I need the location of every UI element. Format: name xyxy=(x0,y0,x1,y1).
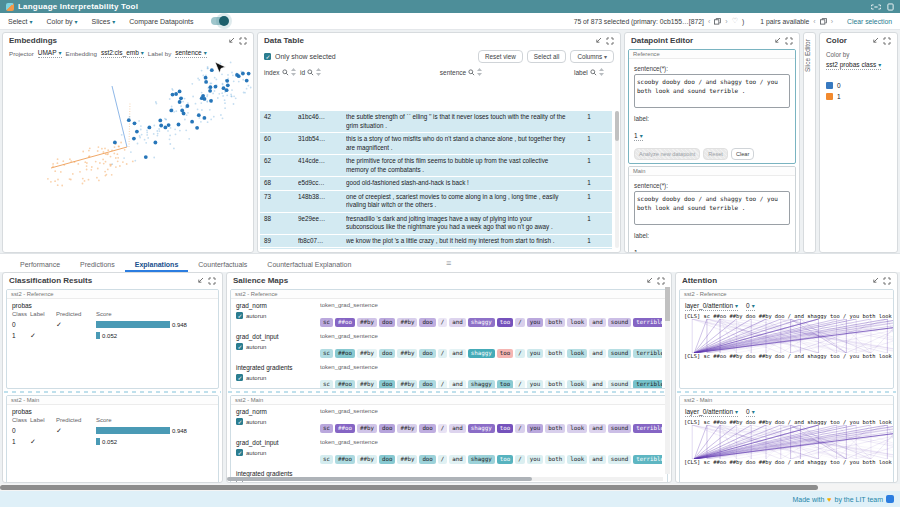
salience-token[interactable]: both xyxy=(545,349,565,358)
sentence-textarea[interactable] xyxy=(634,191,790,225)
column-header-label[interactable]: label xyxy=(574,68,614,76)
salience-token[interactable]: and xyxy=(589,455,605,464)
salience-token[interactable]: ##by xyxy=(357,349,377,358)
salience-token[interactable]: you xyxy=(527,349,543,358)
salience-token[interactable]: shaggy xyxy=(468,380,495,389)
salience-token[interactable]: doo xyxy=(419,380,435,389)
divider-drag-handle[interactable]: ≡ xyxy=(446,258,451,268)
salience-token[interactable]: ##by xyxy=(357,380,377,389)
clear-selection-link[interactable]: Clear selection xyxy=(847,18,892,25)
color-by-menu[interactable]: Color by▾ xyxy=(46,18,77,25)
search-icon[interactable] xyxy=(282,69,289,76)
table-row[interactable]: 68e5d9cc…good old-fashioned slash-and-ha… xyxy=(260,177,612,191)
salience-token[interactable]: too xyxy=(497,424,513,433)
salience-token[interactable]: and xyxy=(449,380,465,389)
salience-token[interactable]: terrible xyxy=(633,318,662,327)
analyze-new-datapoint-button[interactable]: Analyze new datapoint xyxy=(634,148,700,160)
salience-token[interactable]: too xyxy=(497,318,513,327)
salience-token[interactable]: / xyxy=(438,455,448,464)
salience-token[interactable]: / xyxy=(515,455,525,464)
salience-token[interactable]: ##oo xyxy=(335,455,355,464)
salience-token[interactable]: / xyxy=(438,380,448,389)
search-icon[interactable] xyxy=(590,69,597,76)
next-datapoint-icon[interactable]: › xyxy=(725,18,727,25)
salience-token[interactable]: doo xyxy=(379,380,395,389)
salience-token[interactable]: doo xyxy=(419,424,435,433)
column-header-id[interactable]: id xyxy=(300,68,348,76)
salience-token[interactable]: and xyxy=(589,380,605,389)
slices-menu[interactable]: Slices▾ xyxy=(92,18,116,25)
autorun-checkbox[interactable] xyxy=(236,418,243,425)
salience-token[interactable]: and xyxy=(449,318,465,327)
table-row[interactable]: 89fb8c07…we know the plot 's a little cr… xyxy=(260,235,612,249)
minimize-icon[interactable] xyxy=(871,37,879,45)
maximize-icon[interactable] xyxy=(883,277,891,285)
select-all-button[interactable]: Select all xyxy=(527,50,567,63)
table-row[interactable]: 93d15b7d…if steven soderbergh 's ` solar… xyxy=(260,248,612,249)
maximize-icon[interactable] xyxy=(208,277,216,285)
salience-token[interactable]: ##oo xyxy=(335,318,355,327)
salience-token[interactable]: and xyxy=(449,349,465,358)
lit-footer-icon[interactable] xyxy=(886,495,894,503)
maximize-icon[interactable] xyxy=(239,37,247,45)
sort-icon[interactable] xyxy=(291,68,296,76)
salience-token[interactable]: too xyxy=(497,455,513,464)
columns-button[interactable]: Columns ▾ xyxy=(570,50,614,63)
tab-counterfactuals[interactable]: Counterfactuals xyxy=(188,258,257,272)
salience-token[interactable]: terrible xyxy=(633,455,662,464)
maximize-icon[interactable] xyxy=(785,37,793,45)
salience-token[interactable]: ##by xyxy=(397,455,417,464)
salience-token[interactable]: terrible xyxy=(633,349,662,358)
salience-token[interactable]: / xyxy=(438,424,448,433)
color-by-select[interactable]: sst2 probas class▾ xyxy=(826,61,881,70)
salience-token[interactable]: ##by xyxy=(397,349,417,358)
column-header-index[interactable]: index xyxy=(264,68,300,76)
salience-token[interactable]: sc xyxy=(320,318,333,327)
clear-button[interactable]: Clear xyxy=(731,148,754,160)
column-header-sentence[interactable]: sentence xyxy=(348,68,574,76)
salience-token[interactable]: shaggy xyxy=(468,318,495,327)
salience-token[interactable]: sc xyxy=(320,380,333,389)
sort-icon[interactable] xyxy=(477,68,482,76)
reset-button[interactable]: Reset xyxy=(703,148,728,160)
salience-token[interactable]: doo xyxy=(419,349,435,358)
salience-token[interactable]: and xyxy=(589,424,605,433)
reset-view-button[interactable]: Reset view xyxy=(478,50,523,63)
classification-row[interactable]: 0✓0.948 xyxy=(7,319,218,330)
salience-token[interactable]: both xyxy=(545,318,565,327)
salience-token[interactable]: sound xyxy=(608,318,631,327)
salience-token[interactable]: sound xyxy=(608,424,631,433)
salience-token[interactable]: doo xyxy=(419,318,435,327)
salience-token[interactable]: sound xyxy=(608,349,631,358)
favorite-icon[interactable]: ♡ xyxy=(732,17,738,25)
embedding-select[interactable]: sst2:cls_emb▾ xyxy=(101,49,144,58)
embedding-scatter-plot[interactable] xyxy=(3,60,253,246)
docs-icon[interactable] xyxy=(887,3,894,11)
salience-token[interactable]: ##oo xyxy=(335,380,355,389)
salience-token[interactable]: you xyxy=(527,455,543,464)
salience-token[interactable]: look xyxy=(567,424,587,433)
salience-token[interactable]: and xyxy=(589,349,605,358)
module-divider[interactable] xyxy=(677,391,896,393)
page-hscrollbar[interactable] xyxy=(0,484,900,491)
label-by-select[interactable]: sentence▾ xyxy=(175,49,206,58)
salience-token[interactable]: sound xyxy=(608,455,631,464)
projector-select[interactable]: UMAP▾ xyxy=(38,49,62,58)
salience-token[interactable]: doo xyxy=(379,318,395,327)
salience-token[interactable]: ##oo xyxy=(335,349,355,358)
salience-token[interactable]: sc xyxy=(320,349,333,358)
salience-token[interactable]: / xyxy=(438,318,448,327)
minimize-icon[interactable] xyxy=(871,277,879,285)
data-table-scrollbar[interactable] xyxy=(615,111,619,248)
salience-token[interactable]: doo xyxy=(419,455,435,464)
salience-token[interactable]: you xyxy=(527,424,543,433)
salience-token[interactable]: shaggy xyxy=(468,424,495,433)
only-show-selected-checkbox[interactable] xyxy=(264,53,271,60)
salience-token[interactable]: and xyxy=(449,424,465,433)
label-select[interactable]: 1▾ xyxy=(634,132,643,141)
autorun-checkbox[interactable] xyxy=(236,312,243,319)
salience-token[interactable]: look xyxy=(567,455,587,464)
salience-token[interactable]: both xyxy=(545,380,565,389)
classification-row[interactable]: 0✓0.948 xyxy=(7,425,218,436)
slice-editor-collapsed[interactable]: Slice Editor xyxy=(803,32,816,253)
